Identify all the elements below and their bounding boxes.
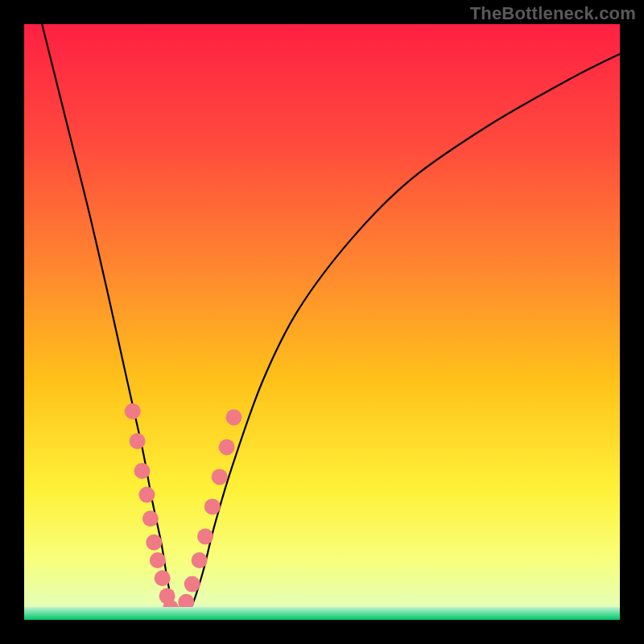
data-dot — [125, 403, 141, 419]
data-dot — [146, 535, 162, 551]
data-dot — [192, 552, 208, 568]
data-dot — [212, 469, 228, 485]
data-dot — [204, 498, 221, 514]
data-dot — [155, 570, 171, 586]
data-dot — [130, 433, 146, 449]
data-dot — [226, 409, 242, 425]
data-dot — [134, 463, 151, 479]
chart-frame: TheBottleneck.com — [0, 0, 644, 644]
data-dot — [184, 576, 200, 592]
svg-rect-1 — [24, 607, 620, 620]
green-strip — [24, 607, 620, 620]
watermark-text: TheBottleneck.com — [470, 3, 636, 24]
data-dot — [150, 552, 166, 568]
data-dot — [138, 487, 155, 503]
plot-area — [24, 24, 620, 620]
data-dot — [197, 528, 213, 544]
data-dots — [24, 24, 620, 620]
data-dot — [142, 510, 159, 526]
data-dot — [219, 439, 235, 455]
